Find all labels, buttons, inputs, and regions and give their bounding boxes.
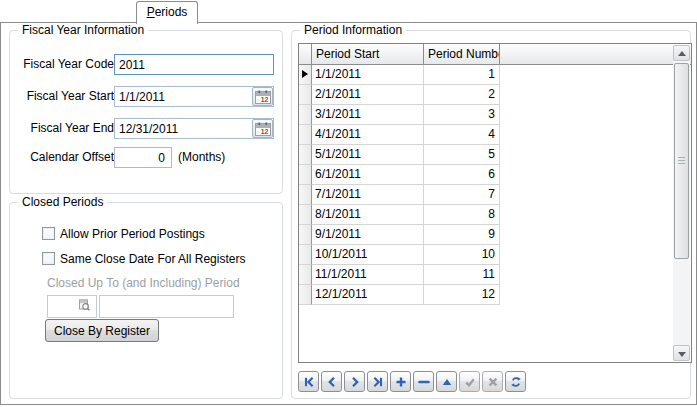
- tab-label-accel: P: [147, 5, 155, 19]
- cell-period-number[interactable]: 12: [424, 285, 500, 305]
- closed-periods-group: Closed Periods Allow Prior Period Postin…: [9, 202, 283, 399]
- fiscal-year-start-input[interactable]: [114, 86, 274, 107]
- column-header-period-start[interactable]: Period Start: [312, 44, 424, 64]
- cell-period-number[interactable]: 9: [424, 225, 500, 245]
- cell-period-start[interactable]: 12/1/2011: [312, 285, 424, 305]
- refresh-icon: [510, 376, 522, 388]
- cell-period-start[interactable]: 3/1/2011: [312, 105, 424, 125]
- nav-first-record-button[interactable]: [298, 371, 319, 392]
- closed-up-to-label: Closed Up To (and Including) Period: [47, 276, 240, 290]
- calendar-offset-input[interactable]: [114, 147, 172, 168]
- cell-period-start[interactable]: 9/1/2011: [312, 225, 424, 245]
- cell-period-start[interactable]: 5/1/2011: [312, 145, 424, 165]
- scrollbar-thumb[interactable]: [674, 63, 689, 259]
- periods-tab-page: Fiscal Year Information Fiscal Year Code…: [0, 22, 697, 405]
- fiscal-year-end-input[interactable]: [114, 118, 274, 139]
- row-selector[interactable]: [299, 65, 312, 85]
- period-information-title: Period Information: [300, 23, 406, 37]
- svg-text:12: 12: [260, 96, 268, 103]
- row-selector[interactable]: [299, 85, 312, 105]
- svg-text:12: 12: [260, 128, 268, 135]
- row-selector[interactable]: [299, 225, 312, 245]
- scrollbar-down-icon[interactable]: [673, 345, 690, 361]
- table-row[interactable]: 8/1/20118: [299, 205, 691, 225]
- row-selector[interactable]: [299, 265, 312, 285]
- record-navigator: [298, 371, 528, 392]
- table-row[interactable]: 11/1/201111: [299, 265, 691, 285]
- nav-post-edit-button[interactable]: [459, 371, 480, 392]
- first-record-icon: [303, 376, 315, 388]
- allow-prior-period-postings-label: Allow Prior Period Postings: [60, 227, 205, 241]
- nav-refresh-button[interactable]: [505, 371, 526, 392]
- allow-prior-period-postings-checkbox[interactable]: [42, 227, 55, 240]
- periods-grid: Period Start Period Number 1/1/201112/1/…: [298, 43, 692, 363]
- chevron-left-icon: [326, 376, 338, 388]
- nav-cancel-edit-button[interactable]: [482, 371, 503, 392]
- calendar-offset-suffix: (Months): [178, 147, 225, 168]
- nav-next-record-button[interactable]: [344, 371, 365, 392]
- cell-period-number[interactable]: 2: [424, 85, 500, 105]
- table-row[interactable]: 6/1/20116: [299, 165, 691, 185]
- row-selector[interactable]: [299, 165, 312, 185]
- table-row[interactable]: 3/1/20113: [299, 105, 691, 125]
- cell-period-start[interactable]: 2/1/2011: [312, 85, 424, 105]
- table-row[interactable]: 5/1/20115: [299, 145, 691, 165]
- cell-period-number[interactable]: 5: [424, 145, 500, 165]
- cell-period-start[interactable]: 10/1/2011: [312, 245, 424, 265]
- cell-period-start[interactable]: 7/1/2011: [312, 185, 424, 205]
- cell-period-number[interactable]: 8: [424, 205, 500, 225]
- same-close-date-checkbox[interactable]: [42, 252, 55, 265]
- cell-period-number[interactable]: 11: [424, 265, 500, 285]
- fiscal-year-code-input[interactable]: [114, 54, 274, 75]
- nav-edit-record-button[interactable]: [436, 371, 457, 392]
- table-row[interactable]: 7/1/20117: [299, 185, 691, 205]
- nav-last-record-button[interactable]: [367, 371, 388, 392]
- cell-period-number[interactable]: 4: [424, 125, 500, 145]
- nav-prior-record-button[interactable]: [321, 371, 342, 392]
- row-selector[interactable]: [299, 285, 312, 305]
- table-row[interactable]: 2/1/20112: [299, 85, 691, 105]
- table-row[interactable]: 9/1/20119: [299, 225, 691, 245]
- cell-period-start[interactable]: 4/1/2011: [312, 125, 424, 145]
- cell-period-number[interactable]: 1: [424, 65, 500, 85]
- calendar-icon[interactable]: 12: [252, 119, 273, 138]
- calendar-offset-label: Calendar Offset: [14, 147, 114, 168]
- plus-icon: [395, 376, 407, 388]
- cell-period-start[interactable]: 11/1/2011: [312, 265, 424, 285]
- minus-icon: [418, 376, 430, 388]
- row-selector[interactable]: [299, 145, 312, 165]
- cell-period-number[interactable]: 6: [424, 165, 500, 185]
- nav-insert-record-button[interactable]: [390, 371, 411, 392]
- grid-vertical-scrollbar[interactable]: [673, 45, 690, 361]
- lookup-magnifier-icon[interactable]: [74, 298, 94, 315]
- row-selector[interactable]: [299, 125, 312, 145]
- row-selector[interactable]: [299, 245, 312, 265]
- close-by-register-button[interactable]: Close By Register: [45, 319, 159, 342]
- grid-selector-header: [299, 44, 312, 64]
- cell-period-start[interactable]: 1/1/2011: [312, 65, 424, 85]
- column-header-period-number[interactable]: Period Number: [424, 44, 500, 64]
- calendar-icon[interactable]: 12: [252, 87, 273, 106]
- cell-period-number[interactable]: 3: [424, 105, 500, 125]
- chevron-right-icon: [349, 376, 361, 388]
- table-row[interactable]: 4/1/20114: [299, 125, 691, 145]
- cell-period-number[interactable]: 7: [424, 185, 500, 205]
- row-selector[interactable]: [299, 105, 312, 125]
- cell-period-start[interactable]: 6/1/2011: [312, 165, 424, 185]
- cell-period-number[interactable]: 10: [424, 245, 500, 265]
- closed-up-to-input[interactable]: [99, 295, 234, 318]
- nav-delete-record-button[interactable]: [413, 371, 434, 392]
- fiscal-year-start-field: 12: [114, 86, 274, 107]
- closed-up-to-lookup-field[interactable]: [47, 295, 97, 318]
- cell-period-start[interactable]: 8/1/2011: [312, 205, 424, 225]
- table-row[interactable]: 12/1/201112: [299, 285, 691, 305]
- tab-periods[interactable]: Periods: [136, 1, 198, 24]
- table-row[interactable]: 1/1/20111: [299, 65, 691, 85]
- row-selector[interactable]: [299, 205, 312, 225]
- table-row[interactable]: 10/1/201110: [299, 245, 691, 265]
- check-icon: [464, 376, 476, 388]
- tab-label: eriods: [155, 5, 188, 19]
- scrollbar-up-icon[interactable]: [673, 45, 690, 61]
- row-selector[interactable]: [299, 185, 312, 205]
- current-row-arrow-icon: [302, 70, 308, 78]
